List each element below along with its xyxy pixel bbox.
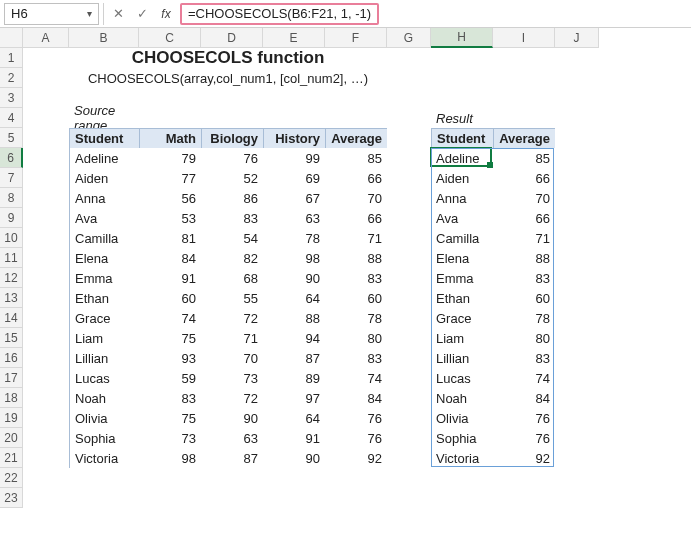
cell[interactable] [69,468,139,488]
table-cell[interactable]: 68 [201,268,263,288]
cell[interactable] [387,328,431,348]
table-cell[interactable]: Elena [431,248,493,268]
row-header[interactable]: 17 [0,368,23,388]
col-header[interactable]: H [431,28,493,48]
cell[interactable] [387,48,431,68]
cell[interactable] [555,168,599,188]
table-cell[interactable]: 70 [325,188,387,208]
row-header[interactable]: 2 [0,68,23,88]
cell[interactable] [201,88,263,108]
table-cell[interactable]: 53 [139,208,201,228]
table-cell[interactable]: 88 [263,308,325,328]
table-cell[interactable]: 55 [201,288,263,308]
table-cell[interactable]: 69 [263,168,325,188]
table-cell[interactable]: Grace [431,308,493,328]
cell[interactable] [201,468,263,488]
cell[interactable] [431,488,493,508]
col-header[interactable]: I [493,28,555,48]
cell[interactable] [69,488,139,508]
table-cell[interactable]: Lillian [69,348,139,368]
chevron-down-icon[interactable]: ▾ [87,8,92,19]
cell[interactable] [23,108,69,128]
row-header[interactable]: 15 [0,328,23,348]
cell[interactable] [325,108,387,128]
cell[interactable] [555,48,599,68]
table-cell[interactable]: Noah [431,388,493,408]
row-header[interactable]: 10 [0,228,23,248]
table-cell[interactable]: 66 [493,208,555,228]
table-cell[interactable]: Camilla [69,228,139,248]
table-cell[interactable]: 67 [263,188,325,208]
select-all-corner[interactable] [0,28,23,48]
cell[interactable] [555,448,599,468]
cell[interactable] [263,488,325,508]
cell[interactable] [263,108,325,128]
table-cell[interactable]: 76 [493,408,555,428]
table-cell[interactable]: 73 [139,428,201,448]
cell[interactable] [387,408,431,428]
table-cell[interactable]: 66 [493,168,555,188]
table-cell[interactable]: 81 [139,228,201,248]
cell[interactable] [139,468,201,488]
cell[interactable] [555,308,599,328]
cell[interactable] [431,48,493,68]
table-cell[interactable]: 78 [493,308,555,328]
cell[interactable] [387,128,431,148]
cell[interactable] [387,208,431,228]
cell[interactable] [23,248,69,268]
cell[interactable] [555,68,599,88]
row-header[interactable]: 6 [0,148,23,168]
table-cell[interactable]: 84 [139,248,201,268]
table-cell[interactable]: 90 [263,448,325,468]
cell[interactable] [325,88,387,108]
cell[interactable] [23,488,69,508]
table-cell[interactable]: 72 [201,308,263,328]
table-cell[interactable]: 71 [493,228,555,248]
cell[interactable] [555,368,599,388]
cell[interactable] [387,248,431,268]
cell[interactable] [387,228,431,248]
table-cell[interactable]: 74 [325,368,387,388]
cell[interactable] [23,428,69,448]
row-header[interactable]: 14 [0,308,23,328]
cell[interactable] [387,428,431,448]
table-cell[interactable]: Olivia [69,408,139,428]
row-header[interactable]: 12 [0,268,23,288]
table-cell[interactable]: 83 [325,348,387,368]
table-cell[interactable]: Anna [431,188,493,208]
table-cell[interactable]: 71 [325,228,387,248]
cell[interactable] [23,288,69,308]
cell[interactable] [139,108,201,128]
cell[interactable] [555,268,599,288]
accept-icon[interactable]: ✓ [132,6,152,21]
cell[interactable] [387,308,431,328]
table-cell[interactable]: 73 [201,368,263,388]
cell[interactable] [23,328,69,348]
table-cell[interactable]: 52 [201,168,263,188]
cancel-icon[interactable]: ✕ [108,6,128,21]
cell[interactable] [23,308,69,328]
table-cell[interactable]: Ethan [431,288,493,308]
table-cell[interactable]: Liam [431,328,493,348]
table-cell[interactable]: Noah [69,388,139,408]
table-cell[interactable]: 70 [201,348,263,368]
table-cell[interactable]: 98 [139,448,201,468]
table-cell[interactable]: 83 [493,268,555,288]
col-header[interactable]: J [555,28,599,48]
cell[interactable] [23,348,69,368]
table-cell[interactable]: Sophia [431,428,493,448]
table-cell[interactable]: Ava [69,208,139,228]
cell[interactable] [325,488,387,508]
table-cell[interactable]: Victoria [431,448,493,468]
row-header[interactable]: 13 [0,288,23,308]
col-header[interactable]: F [325,28,387,48]
cell[interactable] [493,108,555,128]
cell[interactable] [387,148,431,168]
cell[interactable] [387,168,431,188]
cell[interactable] [23,368,69,388]
table-cell[interactable]: 77 [139,168,201,188]
cell[interactable] [23,48,69,68]
cell[interactable] [493,488,555,508]
table-cell[interactable]: 78 [325,308,387,328]
cell[interactable] [387,188,431,208]
